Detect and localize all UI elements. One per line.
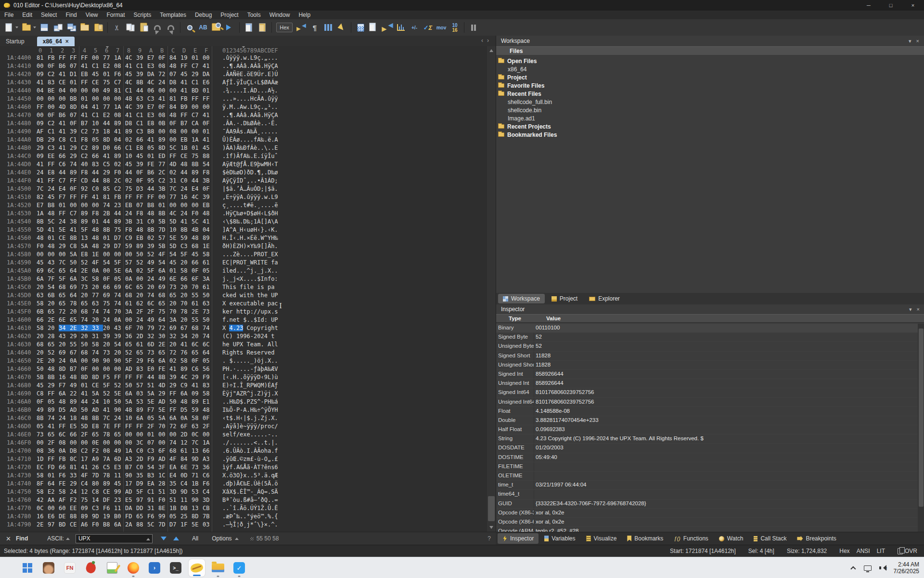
- hex-byte[interactable]: 89: [180, 366, 192, 372]
- hex-byte[interactable]: 00: [169, 87, 180, 94]
- hex-byte[interactable]: 00: [114, 439, 125, 446]
- hex-byte[interactable]: 5D: [37, 226, 48, 233]
- hex-byte[interactable]: 65: [48, 431, 59, 438]
- hex-byte[interactable]: E7: [147, 104, 158, 110]
- hex-byte[interactable]: 51: [169, 497, 180, 503]
- hex-byte[interactable]: 16: [59, 374, 70, 381]
- hex-byte[interactable]: 75: [158, 308, 169, 315]
- hex-byte[interactable]: 3F: [158, 464, 169, 471]
- hex-byte[interactable]: 01: [203, 128, 214, 135]
- ascii-text[interactable]: ‹\$8‰.D‰;1À[]A\A: [222, 218, 278, 225]
- hex-byte[interactable]: E3: [114, 464, 125, 471]
- hex-byte[interactable]: 5B: [158, 218, 169, 225]
- hex-byte[interactable]: 8B: [136, 79, 147, 86]
- hex-byte[interactable]: 39: [136, 161, 147, 168]
- hex-byte[interactable]: C9: [180, 382, 192, 389]
- hex-byte[interactable]: 89: [48, 407, 59, 413]
- hex-byte[interactable]: 70: [169, 308, 180, 315]
- hex-byte[interactable]: 74: [114, 292, 125, 299]
- hex-byte[interactable]: 09: [81, 505, 92, 512]
- workspace-close-icon[interactable]: ×: [916, 38, 919, 44]
- hex-byte[interactable]: 01: [92, 218, 103, 225]
- hex-byte[interactable]: 00: [92, 87, 103, 94]
- hex-byte[interactable]: D0: [103, 144, 114, 151]
- hex-byte[interactable]: 4C: [125, 104, 136, 110]
- hex-byte[interactable]: 0F: [37, 398, 48, 405]
- hex-byte[interactable]: B6: [59, 112, 70, 118]
- hex-byte[interactable]: 00: [203, 431, 214, 438]
- hex-byte[interactable]: 01: [203, 87, 214, 94]
- hex-byte[interactable]: 00: [81, 202, 92, 209]
- hex-byte[interactable]: 24: [180, 210, 192, 217]
- scroll-up-icon[interactable]: [489, 49, 493, 52]
- hex-byte[interactable]: 41: [81, 112, 92, 118]
- hex-byte[interactable]: B7: [81, 120, 92, 127]
- hex-byte[interactable]: 89: [114, 153, 125, 159]
- inspector-row-binary[interactable]: Binary00110100: [496, 324, 918, 333]
- hex-byte[interactable]: FF: [70, 54, 81, 61]
- inspector-row-guid[interactable]: GUID{33322E34-4320-706F-7972-69676874202…: [496, 499, 918, 509]
- tree-item-x86-64[interactable]: x86_64: [496, 65, 924, 73]
- find-mode-dropdown[interactable]: ASCII:: [47, 535, 70, 542]
- hex-byte[interactable]: 68: [169, 447, 180, 454]
- hex-byte[interactable]: 51: [147, 382, 158, 389]
- ascii-text[interactable]: [‹.H..õÿÿÿD‹9L)ù: [222, 374, 278, 381]
- hex-byte[interactable]: CE: [59, 79, 70, 86]
- hex-byte[interactable]: 64: [158, 316, 169, 323]
- hex-byte[interactable]: 65: [192, 349, 203, 356]
- tab-watch[interactable]: Watch: [714, 533, 748, 544]
- hex-byte[interactable]: 99: [158, 513, 169, 520]
- hex-byte[interactable]: FF: [114, 374, 125, 381]
- hex-byte[interactable]: F0: [158, 497, 169, 503]
- hex-byte[interactable]: 74: [103, 202, 114, 209]
- hex-byte[interactable]: 58: [180, 357, 192, 364]
- hex-byte[interactable]: EE: [48, 153, 59, 159]
- hex-byte[interactable]: 5F: [103, 382, 114, 389]
- hex-byte[interactable]: 41: [147, 136, 158, 143]
- ascii-text[interactable]: .6.ÛÂò.I.ÀÃoha.f: [222, 447, 278, 454]
- hex-byte[interactable]: 41: [92, 194, 103, 200]
- hex-byte[interactable]: AD: [70, 407, 81, 413]
- hex-byte[interactable]: 20: [81, 333, 92, 340]
- hex-byte[interactable]: 54: [103, 259, 114, 266]
- inspector-row-double[interactable]: Double3.88281174070454e+233: [496, 416, 918, 425]
- hex-byte[interactable]: 24: [70, 488, 81, 495]
- hex-byte[interactable]: 6B: [48, 292, 59, 299]
- hex-byte[interactable]: 31: [169, 177, 180, 184]
- hex-byte[interactable]: 6A: [125, 267, 136, 274]
- hex-byte[interactable]: 6C: [59, 431, 70, 438]
- hex-byte[interactable]: 73: [169, 284, 180, 290]
- hex-byte[interactable]: C9: [125, 235, 136, 241]
- hex-byte[interactable]: 65: [158, 300, 169, 307]
- hex-byte[interactable]: 20: [37, 349, 48, 356]
- hex-byte[interactable]: 48: [81, 415, 92, 421]
- hex-byte[interactable]: 50: [37, 366, 48, 372]
- hex-byte[interactable]: 41: [103, 407, 114, 413]
- hex-byte[interactable]: 4C: [125, 79, 136, 86]
- hex-byte[interactable]: 20: [169, 341, 180, 348]
- hex-byte[interactable]: 44: [103, 218, 114, 225]
- hex-byte[interactable]: 6E: [180, 464, 192, 471]
- ascii-text[interactable]: .¾....I.ÁD...A½.: [222, 87, 278, 94]
- find-in-files-icon[interactable]: [210, 21, 223, 34]
- hex-byte[interactable]: CE: [180, 153, 192, 159]
- hex-byte[interactable]: 20: [103, 341, 114, 348]
- hex-byte[interactable]: FF: [180, 112, 192, 118]
- find-all-button[interactable]: All: [192, 535, 198, 542]
- hex-byte[interactable]: 3A: [169, 316, 180, 323]
- inspector-row-dosdate[interactable]: DOSDATE01/20/2003: [496, 444, 918, 453]
- hex-byte[interactable]: 48: [147, 210, 158, 217]
- hex-byte[interactable]: 20: [192, 333, 203, 340]
- highlight-icon[interactable]: [335, 21, 348, 34]
- hex-byte[interactable]: 01: [158, 202, 169, 209]
- inspector-row-unsigned-int64[interactable]: Unsigned Int648101768060239752756: [496, 398, 918, 407]
- hex-byte[interactable]: 44: [136, 87, 147, 94]
- inspector-row-signed-byte[interactable]: Signed Byte52: [496, 333, 918, 342]
- hex-byte[interactable]: 3D: [203, 497, 214, 503]
- hex-byte[interactable]: 34: [59, 325, 70, 331]
- hex-byte[interactable]: 5F: [147, 267, 158, 274]
- hex-byte[interactable]: 73: [92, 128, 103, 135]
- hex-byte[interactable]: 64: [203, 349, 214, 356]
- hex-byte[interactable]: 97: [136, 497, 147, 503]
- tree-item-recent-projects[interactable]: Recent Projects: [496, 122, 924, 131]
